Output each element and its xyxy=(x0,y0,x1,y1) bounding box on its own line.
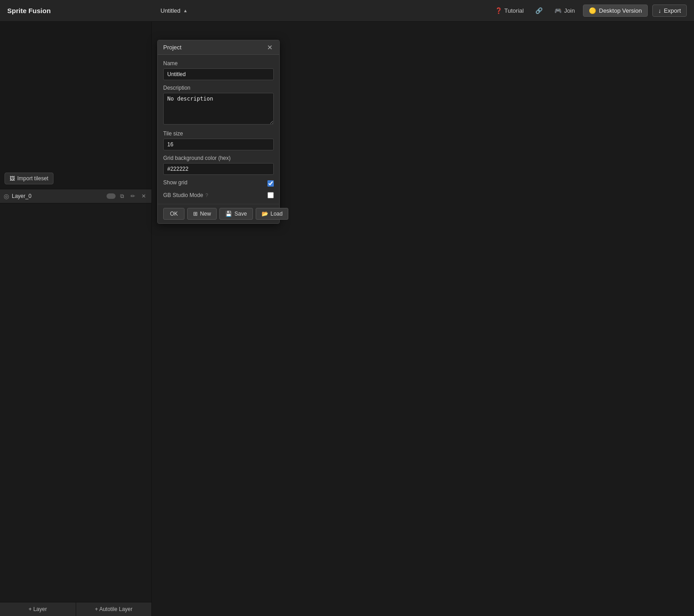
layer-delete-button[interactable]: ✕ xyxy=(140,192,148,200)
gb-studio-checkbox[interactable] xyxy=(267,192,274,198)
topbar: Sprite Fusion Untitled ▲ ❓ Tutorial 🔗 🎮 … xyxy=(0,0,694,22)
discord-icon: 🎮 xyxy=(554,7,562,14)
tileset-area: 🖼 Import tileset xyxy=(0,22,151,189)
load-button[interactable]: 📂 Load xyxy=(256,208,289,220)
show-grid-checkbox[interactable] xyxy=(267,180,274,187)
sidebar: 🖼 Import tileset ◎ Layer_0 ⧉ ✏ ✕ + Layer… xyxy=(0,22,152,616)
description-textarea[interactable]: No description xyxy=(163,93,274,125)
tile-size-field-group: Tile size xyxy=(163,130,274,150)
gb-studio-help-icon[interactable]: ? xyxy=(205,192,208,198)
new-icon: ⊞ xyxy=(193,211,198,217)
layer-content xyxy=(0,203,151,602)
topbar-right: ❓ Tutorial 🔗 🎮 Join 🟡 Desktop Version ↓ … xyxy=(491,5,687,17)
question-icon: ❓ xyxy=(495,7,502,14)
share-icon: 🔗 xyxy=(535,7,543,14)
show-grid-label: Show grid xyxy=(163,179,187,186)
gb-studio-row: GB Studio Mode ? xyxy=(163,192,274,198)
add-autotile-layer-button[interactable]: + Autotile Layer xyxy=(76,602,152,616)
canvas-area: Project ✕ Name Description No descriptio… xyxy=(152,22,694,616)
name-field-group: Name xyxy=(163,60,274,80)
dialog-close-button[interactable]: ✕ xyxy=(266,44,274,51)
layer-name-label: Layer_0 xyxy=(12,193,104,199)
dialog-header: Project ✕ xyxy=(158,40,279,55)
layer-duplicate-button[interactable]: ⧉ xyxy=(118,192,126,200)
layer-visibility-toggle[interactable] xyxy=(107,193,116,199)
layer-footer: + Layer + Autotile Layer xyxy=(0,602,151,616)
desktop-icon: 🟡 xyxy=(589,7,596,14)
gb-studio-label-group: GB Studio Mode ? xyxy=(163,192,208,198)
grid-bg-label: Grid background color (hex) xyxy=(163,155,274,161)
add-layer-button[interactable]: + Layer xyxy=(0,602,76,616)
dialog-title: Project xyxy=(163,44,181,51)
load-icon: 📂 xyxy=(262,211,268,217)
image-icon: 🖼 xyxy=(10,175,15,182)
app-title: Sprite Fusion xyxy=(7,7,157,14)
layer-edit-button[interactable]: ✏ xyxy=(129,192,137,200)
desktop-version-button[interactable]: 🟡 Desktop Version xyxy=(583,5,648,17)
save-icon: 💾 xyxy=(225,211,232,217)
show-grid-row: Show grid xyxy=(163,179,274,188)
export-button[interactable]: ↓ Export xyxy=(652,5,687,17)
description-label: Description xyxy=(163,85,274,91)
project-tab[interactable]: Untitled ▲ xyxy=(157,5,191,16)
grid-bg-input[interactable] xyxy=(163,163,274,175)
gb-studio-label: GB Studio Mode xyxy=(163,192,203,198)
new-button[interactable]: ⊞ New xyxy=(187,208,217,220)
share-button[interactable]: 🔗 xyxy=(532,5,546,16)
description-field-group: Description No description xyxy=(163,85,274,126)
dialog-footer: OK ⊞ New 💾 Save 📂 Load xyxy=(158,204,279,223)
join-button[interactable]: 🎮 Join xyxy=(551,5,578,16)
name-label: Name xyxy=(163,60,274,67)
import-tileset-button[interactable]: 🖼 Import tileset xyxy=(5,173,53,184)
main-layout: 🖼 Import tileset ◎ Layer_0 ⧉ ✏ ✕ + Layer… xyxy=(0,22,694,616)
project-tab-name: Untitled xyxy=(160,7,180,14)
layer-header: ◎ Layer_0 ⧉ ✏ ✕ xyxy=(0,189,151,203)
tile-size-label: Tile size xyxy=(163,130,274,137)
dialog-body: Name Description No description Tile siz… xyxy=(158,55,279,204)
tutorial-button[interactable]: ❓ Tutorial xyxy=(491,5,528,16)
tile-size-input[interactable] xyxy=(163,139,274,150)
ok-button[interactable]: OK xyxy=(163,208,184,220)
save-button[interactable]: 💾 Save xyxy=(219,208,252,220)
chevron-down-icon: ▲ xyxy=(183,8,188,13)
download-icon: ↓ xyxy=(658,7,661,14)
layers-area: ◎ Layer_0 ⧉ ✏ ✕ + Layer + Autotile Layer xyxy=(0,189,151,616)
tileset-canvas xyxy=(0,22,151,189)
layer-icon: ◎ xyxy=(4,192,9,200)
project-dialog: Project ✕ Name Description No descriptio… xyxy=(157,40,280,224)
grid-bg-field-group: Grid background color (hex) xyxy=(163,155,274,175)
name-input[interactable] xyxy=(163,68,274,80)
